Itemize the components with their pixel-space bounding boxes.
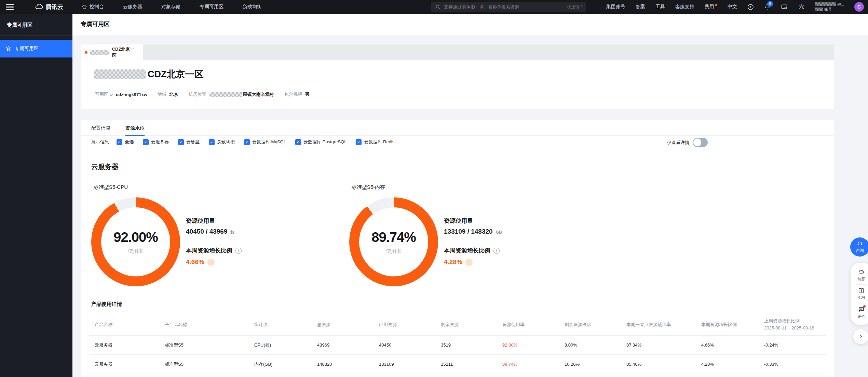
usage-label: 资源使用量 xyxy=(186,217,242,225)
checkbox-checked-icon: ✓ xyxy=(356,139,362,145)
col-header: 剩余资源 xyxy=(435,314,497,336)
nav-tools[interactable]: 工具 xyxy=(655,4,665,10)
feedback-button[interactable]: 评价 xyxy=(851,304,868,321)
table-row[interactable]: 云服务器 标准型S5 CPU(核) 43969 40450 3519 92.00… xyxy=(89,336,826,355)
home-icon xyxy=(82,4,87,10)
checkbox-select-all[interactable]: ✓全选 xyxy=(117,139,134,145)
nav-cdz[interactable]: 专属可用区 xyxy=(200,4,223,10)
search-shortcut-hint: 快捷键 / xyxy=(567,4,582,10)
cell: -0.33% xyxy=(758,355,826,374)
notification-bell-icon[interactable]: 8 xyxy=(764,4,771,10)
checkbox-checked-icon: ✓ xyxy=(117,139,122,145)
growth-label: 本周资源增长比例 xyxy=(444,247,490,255)
nav-console[interactable]: 控制台 xyxy=(82,4,104,10)
tab-config-info[interactable]: 配置信息 xyxy=(91,120,110,135)
cell: 标准型S5 xyxy=(159,336,248,355)
sidebar-item-dedicated-zone[interactable]: 专属可用区 xyxy=(0,40,72,57)
search-box[interactable]: 快捷键 / xyxy=(431,2,586,12)
cell-usage-rate: 89.74% xyxy=(497,355,559,374)
news-button[interactable]: 动态 xyxy=(851,267,868,283)
voice-support-icon[interactable] xyxy=(747,4,754,10)
region-label: 地域 xyxy=(158,91,166,98)
zone-tab-label: CDZ北京一区 xyxy=(112,46,139,58)
avatar[interactable]: C xyxy=(854,2,864,12)
nav-console-label: 控制台 xyxy=(90,4,104,10)
sidebar-title: 专属可用区 xyxy=(0,14,72,36)
cell: 8.00% xyxy=(559,336,621,355)
billing-notice-dot xyxy=(715,4,717,6)
donut-center-memory: 89.74% 使用率 xyxy=(349,197,438,286)
col-header: 产品名称 xyxy=(89,314,159,336)
col-header: 统计项 xyxy=(248,314,311,336)
divider xyxy=(856,284,866,285)
search-input[interactable] xyxy=(443,4,564,10)
nav-icp[interactable]: 备案 xyxy=(636,4,645,10)
zone-status-dot xyxy=(85,51,87,54)
arrow-up-icon: ↑ xyxy=(207,259,215,266)
notification-badge: 8 xyxy=(767,1,773,7)
cell: 云服务器 xyxy=(89,355,159,374)
nav-cvm-label: 云服务器 xyxy=(123,4,142,10)
resource-card: 配置信息 资源水位 展示信息 ✓全选 ✓云服务器 ✓云硬盘 ✓负载均衡 ✓云数据… xyxy=(81,120,834,377)
cell: 4.66% xyxy=(695,336,758,355)
nav-billing[interactable]: 费用 xyxy=(705,4,717,10)
info-icon[interactable]: i xyxy=(493,248,500,254)
col-header: 总资源 xyxy=(311,314,373,336)
filters-label: 展示信息 xyxy=(91,139,109,145)
hamburger-menu-icon[interactable] xyxy=(6,4,14,10)
table-row[interactable]: 云服务器 标准型S5 内存(GB) 148320 133109 15211 89… xyxy=(89,355,826,374)
checkbox-cvm[interactable]: ✓云服务器 xyxy=(143,139,169,145)
sidebar: 专属可用区 专属可用区 xyxy=(0,14,72,377)
usage-label: 资源使用量 xyxy=(444,217,502,225)
sidebar-item-label: 专属可用区 xyxy=(15,46,39,52)
info-icon[interactable]: i xyxy=(235,248,242,254)
chart-info-cpu: 资源使用量 40450 / 43969 核 本周资源增长比例 i 4.66% ↑ xyxy=(186,217,242,266)
feedback-label: 评价 xyxy=(857,314,865,319)
chart-info-memory: 资源使用量 133109 / 148320 GB 本周资源增长比例 i 4.28… xyxy=(444,217,502,266)
nav-support[interactable]: 客服支持 xyxy=(675,4,694,10)
account-name-redacted xyxy=(815,2,836,6)
cell: 云服务器 xyxy=(89,336,159,355)
headset-icon xyxy=(857,240,863,247)
checkbox-redis[interactable]: ✓云数据库 Redis xyxy=(356,139,394,145)
consult-button[interactable]: 咨询 xyxy=(850,237,868,257)
col-header: 本周一零点资源使用率 xyxy=(621,314,695,336)
docs-button[interactable]: 文档 xyxy=(851,286,868,302)
details-only-switch[interactable] xyxy=(693,138,708,147)
details-title: 产品使用详情 xyxy=(91,301,122,308)
news-label: 动态 xyxy=(857,276,865,282)
cell: 10.26% xyxy=(559,355,621,374)
arrow-up-icon: ↑ xyxy=(465,259,473,266)
top-navbar: 腾讯云 控制台 云服务器 对象存储 专属可用区 负载均衡 快捷键 / 集团账号 … xyxy=(0,0,868,14)
col-header: 上周资源增长比例 2025-08-11 ~ 2025-08-18 xyxy=(758,314,826,336)
usage-details-table: 产品名称 子产品名称 统计项 总资源 已用资源 剩余资源 资源使用率 剩余资源占… xyxy=(89,314,826,374)
checkbox-mysql[interactable]: ✓云数据库 MySQL xyxy=(244,139,286,145)
console-settings-icon[interactable] xyxy=(781,3,788,10)
checkbox-checked-icon: ✓ xyxy=(244,139,250,145)
collapse-panel-button[interactable] xyxy=(853,329,868,344)
nav-cvm[interactable]: 云服务器 xyxy=(123,4,142,10)
cloud-icon xyxy=(858,269,865,275)
checkbox-clb[interactable]: ✓负载均衡 xyxy=(209,139,235,145)
checkbox-postgresql[interactable]: ✓云数据库 PostgreSQL xyxy=(295,139,347,145)
zone-header-card: CDZ北京一区 可用区ID cdz-mgk971xw 地域 北京 机房位置 园镇… xyxy=(81,60,834,109)
zone-tab[interactable]: CDZ北京一区 xyxy=(81,44,143,60)
nav-cos[interactable]: 对象存储 xyxy=(161,4,180,10)
brand-logo[interactable]: 腾讯云 xyxy=(35,3,63,11)
nav-group-account[interactable]: 集团账号 xyxy=(606,4,625,10)
nav-clb[interactable]: 负载均衡 xyxy=(243,4,262,10)
checkbox-cbs[interactable]: ✓云硬盘 xyxy=(178,139,200,145)
docs-label: 文档 xyxy=(857,295,865,300)
cell-usage-rate: 92.00% xyxy=(497,336,559,355)
brand-name: 腾讯云 xyxy=(46,3,63,11)
donut-center-cpu: 92.00% 使用率 xyxy=(91,197,180,286)
nav-language[interactable]: 中文 xyxy=(728,4,737,10)
copilot-pinwheel-icon[interactable] xyxy=(798,3,805,10)
cell: 内存(GB) xyxy=(248,355,311,374)
account-info[interactable]: @... 账号 xyxy=(815,2,844,11)
zone-id-value: cdz-mgk971xw xyxy=(116,92,147,97)
page-header: 专属可用区 xyxy=(72,14,868,35)
tab-resource-water-level[interactable]: 资源水位 xyxy=(125,120,145,135)
section-title-cvm: 云服务器 xyxy=(91,162,119,171)
cell: 85.46% xyxy=(621,355,695,374)
